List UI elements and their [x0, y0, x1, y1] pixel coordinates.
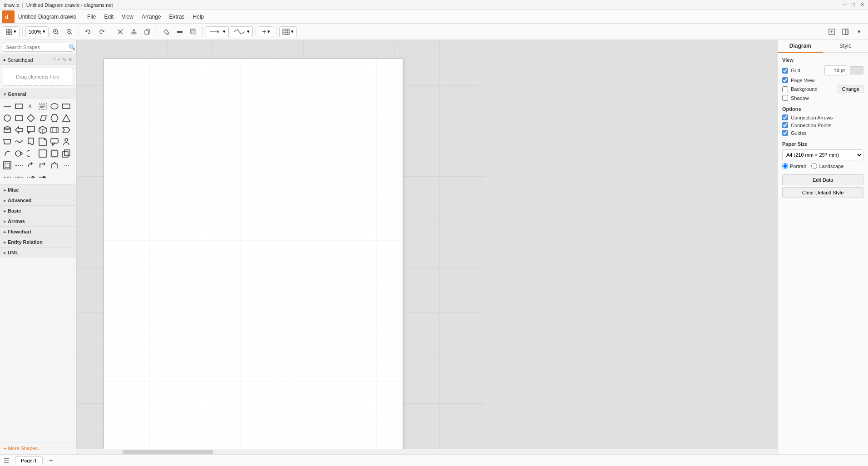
connection-style-dropdown[interactable]: ▾: [206, 26, 229, 37]
menu-arrange[interactable]: Arrange: [138, 12, 165, 22]
collapse-panel-button[interactable]: ▾: [853, 26, 865, 38]
tab-style[interactable]: Style: [823, 40, 868, 53]
shape-dashed-line2[interactable]: [2, 172, 13, 183]
shape-square-outline[interactable]: [37, 148, 48, 159]
grid-color-swatch[interactable]: [850, 66, 863, 74]
maximize-button[interactable]: □: [852, 2, 855, 8]
category-general-header[interactable]: ▾ General: [0, 89, 76, 99]
grid-value-input[interactable]: [824, 65, 847, 75]
scratchpad-collapse[interactable]: ▸: [4, 57, 6, 62]
shape-text-block[interactable]: [37, 101, 48, 112]
shape-frame[interactable]: [2, 160, 13, 171]
shape-crescent[interactable]: [25, 148, 36, 159]
menu-extras[interactable]: Extras: [166, 12, 188, 22]
shape-callout[interactable]: [25, 124, 36, 135]
shape-arrow-left[interactable]: [14, 124, 25, 135]
shape-elbow-arrow[interactable]: [37, 160, 48, 171]
insert-dropdown[interactable]: + ▾: [259, 26, 273, 37]
canvas-page[interactable]: [104, 58, 403, 454]
search-icon[interactable]: 🔍: [69, 44, 75, 50]
shape-line[interactable]: [2, 101, 13, 112]
canvas-wrapper[interactable]: [76, 40, 777, 454]
shape-parallelogram[interactable]: [37, 113, 48, 124]
background-checkbox[interactable]: [782, 86, 788, 92]
shape-text[interactable]: A: [25, 101, 36, 112]
landscape-radio[interactable]: [811, 163, 817, 169]
table-dropdown[interactable]: ▾: [279, 26, 297, 37]
page-view-checkbox[interactable]: [782, 77, 788, 83]
category-misc-header[interactable]: ▸ Misc: [0, 185, 76, 195]
redo-button[interactable]: [95, 26, 108, 38]
shape-cylinder[interactable]: [2, 124, 13, 135]
connection-arrows-checkbox[interactable]: [782, 114, 788, 120]
fit-page-button[interactable]: [825, 26, 838, 38]
shape-dotted-line2[interactable]: [14, 172, 25, 183]
shape-arrow-end[interactable]: [37, 172, 48, 183]
zoom-in-button[interactable]: [49, 26, 62, 38]
shape-ellipse[interactable]: [49, 101, 60, 112]
shape-up-arrow[interactable]: [49, 160, 60, 171]
shape-dashed-arrow[interactable]: [25, 172, 36, 183]
minimize-button[interactable]: ─: [843, 2, 847, 8]
shape-circle-outline[interactable]: [14, 148, 25, 159]
zoom-dropdown[interactable]: 100% ▾: [25, 26, 49, 37]
menu-edit[interactable]: Edit: [100, 12, 117, 22]
shape-rect-filled[interactable]: [61, 101, 72, 112]
shape-chevron[interactable]: [61, 124, 72, 135]
format-fill-button[interactable]: [160, 26, 173, 38]
shape-triangle[interactable]: [61, 113, 72, 124]
shape-square3[interactable]: [61, 148, 72, 159]
search-input[interactable]: [6, 45, 69, 50]
shape-dashed-line[interactable]: [14, 160, 25, 171]
shape-arc[interactable]: [2, 148, 13, 159]
category-arrows-header[interactable]: ▸ Arrows: [0, 216, 76, 226]
clear-default-style-button[interactable]: Clear Default Style: [782, 187, 863, 198]
more-shapes-link[interactable]: + More Shapes...: [4, 446, 42, 451]
waypoint-dropdown[interactable]: ▾: [230, 26, 253, 37]
zoom-out-button[interactable]: [63, 26, 76, 38]
connection-points-checkbox[interactable]: [782, 122, 788, 128]
view-dropdown[interactable]: ▾: [3, 26, 20, 37]
shape-curved-arrow[interactable]: [25, 160, 36, 171]
shape-rect-rounded[interactable]: [14, 113, 25, 124]
shape-square2[interactable]: [49, 148, 60, 159]
category-uml-header[interactable]: ▸ UML: [0, 248, 76, 258]
shape-diamond[interactable]: [25, 113, 36, 124]
grid-checkbox[interactable]: [782, 68, 788, 74]
h-scrollbar[interactable]: [76, 449, 777, 454]
copy-button[interactable]: [141, 26, 154, 38]
shape-circle[interactable]: [2, 113, 13, 124]
shape-wave[interactable]: [14, 136, 25, 147]
shape-process[interactable]: [49, 124, 60, 135]
tab-diagram[interactable]: Diagram: [778, 40, 823, 53]
delete-button[interactable]: [114, 26, 127, 38]
close-button[interactable]: ✕: [860, 2, 864, 8]
scratchpad-close[interactable]: ✕: [68, 57, 72, 63]
category-advanced-header[interactable]: ▸ Advanced: [0, 195, 76, 205]
portrait-radio[interactable]: [782, 163, 788, 169]
add-page-button[interactable]: +: [46, 456, 55, 465]
change-background-button[interactable]: Change: [838, 85, 863, 93]
landscape-label[interactable]: Landscape: [811, 163, 843, 169]
shape-trapezoid[interactable]: [2, 136, 13, 147]
scratchpad-help[interactable]: ?: [53, 57, 55, 63]
shape-note[interactable]: [37, 136, 48, 147]
shape-hexagon[interactable]: [49, 113, 60, 124]
shape-doc[interactable]: [25, 136, 36, 147]
shape-cube[interactable]: [37, 124, 48, 135]
edit-data-button[interactable]: Edit Data: [782, 174, 863, 185]
page-tab[interactable]: Page-1: [15, 456, 43, 465]
undo-button[interactable]: [82, 26, 94, 38]
format-shadow-button[interactable]: [187, 26, 200, 38]
category-basic-header[interactable]: ▸ Basic: [0, 206, 76, 216]
shape-rect-outline[interactable]: [14, 101, 25, 112]
shadow-checkbox[interactable]: [782, 95, 788, 101]
guides-checkbox[interactable]: [782, 130, 788, 136]
scratchpad-edit[interactable]: ✎: [62, 57, 66, 63]
scratchpad-add[interactable]: +: [58, 57, 60, 63]
page-menu-button[interactable]: ☰: [4, 457, 10, 464]
shape-callout2[interactable]: [49, 136, 60, 147]
cut-button[interactable]: [128, 26, 140, 38]
format-panel-button[interactable]: [839, 26, 852, 38]
format-line-button[interactable]: [173, 26, 186, 38]
